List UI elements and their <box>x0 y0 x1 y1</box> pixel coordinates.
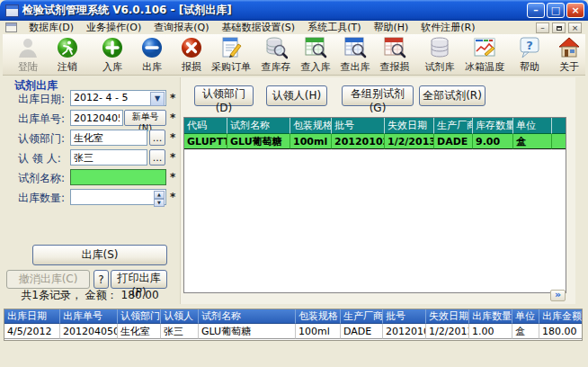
person-input[interactable] <box>70 149 147 166</box>
toolbar-button-查报损[interactable]: 查报损 <box>375 34 414 75</box>
stock_grid-cell: 100ml <box>290 134 332 149</box>
out_grid-column-header[interactable]: 出库日期 <box>4 309 60 324</box>
toolbar-label: 试剂库 <box>425 60 455 74</box>
out_grid-column-header[interactable]: 出库单号 <box>60 309 118 324</box>
out_grid-cell: GLU葡萄糖 <box>199 324 296 339</box>
spin-up-icon[interactable]: ▲ <box>154 191 165 199</box>
toolbar-label: 冰箱温度 <box>465 60 504 74</box>
dept-label: 认领部门: <box>18 131 65 147</box>
date-combobox[interactable]: 2012- 4 - 5 ▼ <box>70 90 166 106</box>
stock_grid-column-header[interactable]: 代码 <box>184 118 227 134</box>
dept-browse-button[interactable]: ... <box>149 130 165 146</box>
close-button[interactable]: × <box>566 3 584 18</box>
menu-item-1[interactable]: 业务操作(O) <box>80 20 147 35</box>
person-browse-button[interactable]: ... <box>149 149 165 166</box>
toolbar-button-冰箱温度[interactable]: 冰箱温度 <box>465 34 504 75</box>
stock_grid-column-header[interactable]: 批号 <box>332 118 385 134</box>
maximize-button[interactable]: □ <box>547 3 565 18</box>
required-mark: * <box>170 92 175 104</box>
filter-button-3[interactable]: 全部试剂(R) <box>419 85 486 106</box>
search-inbound-icon <box>304 36 328 59</box>
mdi-minimize-button[interactable]: – <box>536 22 549 33</box>
menu-item-3[interactable]: 基础数据设置(S) <box>216 20 302 35</box>
filter-button-2[interactable]: 各组别试剂(G) <box>342 85 414 106</box>
stock_grid-column-header[interactable]: 失效日期 <box>385 118 434 134</box>
out_grid-column-header[interactable]: 出库金额 <box>539 309 583 324</box>
out_grid-column-header[interactable]: 生产厂商 <box>341 309 383 324</box>
stock_grid-column-header[interactable]: 生产厂商 <box>434 118 473 134</box>
required-mark: * <box>170 112 175 124</box>
toolbar-button-注销[interactable]: 注销 <box>48 34 87 75</box>
plus-circle-icon <box>101 36 125 59</box>
out_grid-column-header[interactable]: 单位 <box>512 309 539 324</box>
menu-item-6[interactable]: 软件注册(R) <box>414 20 481 35</box>
stock_grid-column-header[interactable]: 单位 <box>513 118 552 134</box>
toolbar-button-入库[interactable]: 入库 <box>93 34 132 75</box>
stock_grid-column-header[interactable]: 试剂名称 <box>227 118 290 134</box>
stock_grid-cell: 9.00 <box>473 134 513 149</box>
out_grid-column-header[interactable]: 试剂名称 <box>199 309 296 324</box>
cross-circle-icon <box>180 36 204 59</box>
stock-grid: 代码试剂名称包装规格批号失效日期生产厂商库存数量单位GLUPTTGLU葡萄糖10… <box>183 117 566 293</box>
out_grid-column-header[interactable]: 出库数量 <box>469 309 512 324</box>
dept-input[interactable] <box>70 130 147 146</box>
menu-item-0[interactable]: 数据库(D) <box>22 20 80 35</box>
menu-item-2[interactable]: 查询报表(Q) <box>147 20 215 35</box>
chevron-down-icon[interactable]: ▼ <box>150 92 165 106</box>
out_grid-column-header[interactable]: 包装规格 <box>296 309 341 324</box>
out_grid-column-header[interactable]: 认领人 <box>161 309 199 324</box>
print-outbound-button[interactable]: 打印出库(P) <box>111 270 167 289</box>
required-mark: * <box>170 131 175 144</box>
mdi-restore-button[interactable] <box>552 22 566 33</box>
window-title: 检验试剂管理系统 V6.0.106 - [试剂出库] <box>22 3 527 18</box>
restore-icon <box>557 26 562 31</box>
out_grid-row[interactable]: 4/5/201220120405001生化室张三GLU葡萄糖100mlDADE2… <box>4 324 582 339</box>
minimize-button[interactable]: – <box>527 3 545 18</box>
toolbar-button-出库[interactable]: 出库 <box>132 34 172 75</box>
stock_grid-column-header[interactable]: 库存数量 <box>473 118 513 134</box>
stock_grid-cell: GLU葡萄糖 <box>227 134 290 149</box>
toolbar-button-关于[interactable]: 关于 <box>549 34 588 75</box>
out_grid-cell: 1/2/2013 <box>426 324 469 339</box>
out_grid-cell: 100ml <box>296 324 341 339</box>
spin-down-icon[interactable]: ▼ <box>154 199 165 207</box>
toolbar-button-登陆[interactable]: 登陆 <box>8 34 48 75</box>
order-number-input[interactable] <box>70 110 123 126</box>
filter-button-0[interactable]: 认领部门(D) <box>194 85 254 106</box>
stock_grid-column-header[interactable] <box>552 118 566 134</box>
new-order-button[interactable]: 新单号(N) <box>124 110 166 126</box>
stock_grid-cell <box>552 134 566 149</box>
outbound-button[interactable]: 出库(S) <box>32 245 167 265</box>
out_grid-column-header[interactable]: 批号 <box>383 309 426 324</box>
menu-item-5[interactable]: 帮助(H) <box>367 20 414 35</box>
cancel-outbound-button[interactable]: 撤消出库(C) <box>6 270 90 289</box>
toolbar-label: 查出库 <box>341 60 370 74</box>
required-mark: * <box>170 171 175 184</box>
toolbar-label: 查入库 <box>301 60 331 74</box>
toolbar-button-帮助[interactable]: ?帮助 <box>510 34 549 75</box>
toolbar-button-采购订单[interactable]: 采购订单 <box>211 34 251 75</box>
record-summary: 共1条记录， 金额： 180.00 <box>0 288 180 303</box>
mdi-close-button[interactable]: × <box>568 22 582 33</box>
toolbar-button-查出库[interactable]: 查出库 <box>335 34 375 75</box>
out_grid-column-header[interactable]: 失效日期 <box>426 309 469 324</box>
stock_grid-row[interactable]: GLUPTTGLU葡萄糖100ml201201021/2/2013DADE9.0… <box>184 134 566 149</box>
toolbar-button-报损[interactable]: 报损 <box>172 34 211 75</box>
out_grid-cell: 1.00 <box>469 324 512 339</box>
menu-item-4[interactable]: 系统工具(T) <box>301 20 367 35</box>
qty-stepper[interactable]: ▲ ▼ <box>70 189 166 205</box>
reagent-name-input[interactable] <box>70 169 166 185</box>
toolbar-button-查库存[interactable]: 查库存 <box>256 34 296 75</box>
stock_grid-cell: GLUPTT <box>184 134 227 149</box>
required-mark: * <box>170 151 175 164</box>
out_grid-column-header[interactable]: 认领部门 <box>118 309 161 324</box>
scroll-right-button[interactable]: » <box>550 290 566 301</box>
stock_grid-column-header[interactable]: 包装规格 <box>290 118 332 134</box>
filter-button-1[interactable]: 认领人(H) <box>266 85 327 106</box>
toolbar-button-查入库[interactable]: 查入库 <box>296 34 335 75</box>
out_grid-cell: 张三 <box>161 324 199 339</box>
out_grid-cell: 180.00 <box>539 324 583 339</box>
app-icon <box>5 4 19 17</box>
toolbar-button-试剂库[interactable]: 试剂库 <box>420 34 459 75</box>
help-small-button[interactable]: ? <box>94 270 109 289</box>
